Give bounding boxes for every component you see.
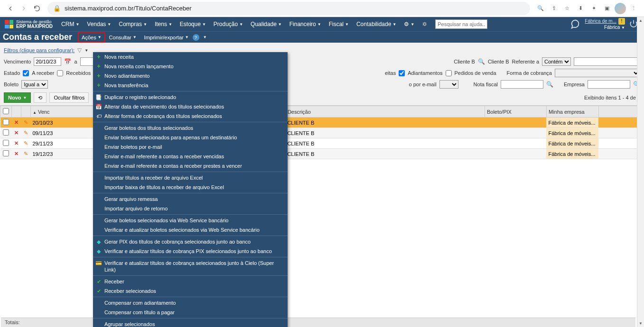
help-search-input[interactable] [435, 19, 487, 29]
cliente-search-icon[interactable]: 🔍 [478, 58, 485, 65]
mi-enviar-boletos-dest[interactable]: Enviar boletos selecionados para apenas … [93, 133, 288, 142]
share-icon[interactable]: ⇪ [547, 2, 560, 15]
plus-icon: + [95, 73, 102, 79]
star-icon[interactable]: ☆ [560, 2, 574, 15]
mi-alt-forma[interactable]: 🏷Alterar forma de cobrança dos títulos s… [93, 111, 288, 121]
select-all-checkbox[interactable] [3, 108, 9, 114]
plus-icon: + [95, 63, 102, 70]
acoes-dropdown: +Nova receita +Nova receita com lançamen… [93, 52, 288, 159]
pedidos-checkbox[interactable] [446, 70, 452, 76]
empresa-input[interactable] [588, 80, 630, 89]
nf-input[interactable] [501, 80, 543, 89]
plus-icon: + [95, 54, 102, 60]
scroll-up-icon[interactable]: ▲ [637, 17, 644, 24]
mi-nova-receita-lanc[interactable]: +Nova receita com lançamento [93, 62, 288, 71]
edit-icon[interactable]: ✎ [24, 140, 28, 146]
refresh-button[interactable]: ⟲ [34, 92, 47, 103]
lock-icon: 🔒 [53, 5, 61, 12]
venc-from-input[interactable] [34, 57, 61, 66]
download-icon[interactable]: ⬇ [574, 2, 587, 15]
nav-reload[interactable] [30, 2, 44, 15]
url-text: sistema.maxiprod.com.br/Titulo/ContaRece… [65, 5, 192, 12]
mi-enviar-boletos-email[interactable]: Enviar boletos por e-mail [93, 142, 288, 152]
menu-vendas[interactable]: Vendas▼ [83, 17, 115, 31]
copy-icon: 📑 [95, 94, 102, 100]
edit-icon[interactable]: ✎ [24, 151, 28, 156]
more-menu[interactable]: ▼ [199, 35, 211, 39]
menu-fiscal[interactable]: Fiscal▼ [325, 17, 353, 31]
referente-select[interactable]: Contém [542, 57, 571, 66]
menu-qualidade[interactable]: Qualidade▼ [247, 17, 286, 31]
calendar-icon: 📅 [95, 103, 102, 110]
warning-icon[interactable]: ! [618, 18, 625, 25]
col-boleto[interactable]: Boleto/PIX [485, 106, 546, 118]
row-checkbox[interactable] [3, 140, 9, 146]
tag-icon: 🏷 [95, 113, 102, 119]
profile-avatar[interactable] [614, 2, 627, 15]
menu-contabilidade[interactable]: Contabilidade▼ [353, 17, 400, 31]
plus-icon: + [95, 82, 102, 89]
col-descr[interactable]: Descrição [285, 106, 485, 118]
ocultar-filtros-button[interactable]: Ocultar filtros [49, 92, 89, 103]
menu-itens[interactable]: Itens▼ [151, 17, 176, 31]
mi-gerar-boletos[interactable]: Gerar boletos dos títulos selecionados [93, 123, 288, 133]
scrollbar-vertical[interactable]: ▲ ▼ [637, 17, 644, 159]
consultar-menu[interactable]: Consultar▼ [105, 35, 140, 40]
menu-estoque[interactable]: Estoque▼ [176, 17, 210, 31]
edit-icon[interactable]: ✎ [24, 130, 28, 136]
imprimir-menu[interactable]: Imprimir/exportar▼ [140, 35, 193, 40]
item-count: Exibindo itens 1 - 4 de 4 [584, 95, 640, 100]
delete-icon[interactable]: ✕ [14, 151, 19, 156]
delete-icon[interactable]: ✕ [14, 140, 19, 146]
cal-from-icon[interactable]: 📅 [64, 58, 71, 65]
nav-forward[interactable] [17, 2, 30, 15]
ext-icon[interactable]: ✦ [587, 2, 600, 15]
funnel-icon[interactable]: ▽ [77, 47, 82, 54]
recebidos-checkbox[interactable] [57, 70, 63, 76]
novo-button[interactable]: Novo▼ [4, 92, 31, 103]
delete-icon[interactable]: ✕ [14, 130, 19, 136]
settings2-icon[interactable]: ⛭ [418, 17, 431, 31]
row-checkbox[interactable] [3, 129, 9, 136]
nf-search-icon[interactable]: 🔍 [546, 81, 553, 88]
row-checkbox[interactable] [3, 119, 9, 125]
filter-dropdown-icon[interactable]: ▼ [84, 48, 88, 53]
panel-icon[interactable]: ▣ [600, 2, 614, 15]
gear-icon[interactable]: ⚙▼ [400, 17, 418, 31]
menu-crm[interactable]: CRM▼ [57, 17, 83, 31]
forma-select[interactable] [555, 69, 640, 77]
nav-back[interactable] [4, 2, 17, 15]
boleto-select[interactable]: Igual a [21, 80, 48, 89]
mi-nova-transferencia[interactable]: +Nova transferência [93, 81, 288, 90]
mi-duplicar[interactable]: 📑Duplicar o registro selecionado [93, 92, 288, 102]
row-checkbox[interactable] [3, 150, 9, 156]
filters-config-link[interactable]: Filtros (clique para configurar): [4, 47, 75, 53]
help-icon[interactable]: ? [193, 34, 199, 41]
page-title: Contas a receber [3, 32, 78, 42]
mi-alt-data[interactable]: 📅Alterar data de vencimento dos títulos … [93, 102, 288, 111]
address-bar[interactable]: 🔒 sistema.maxiprod.com.br/Titulo/ContaRe… [47, 2, 530, 15]
col-empresa[interactable]: Minha empresa [546, 106, 598, 118]
mi-nova-receita[interactable]: +Nova receita [93, 52, 288, 62]
company-link[interactable]: Fábrica de m... [585, 18, 616, 24]
areceber-checkbox[interactable] [23, 70, 29, 76]
kebab-icon[interactable]: ⋮ [627, 2, 640, 15]
mi-email-vencidas[interactable]: Enviar e-mail referente a contas a receb… [93, 152, 288, 159]
main-menu-bar: Sistema de gestãoERP MAXIPROD CRM▼ Venda… [0, 17, 644, 31]
logo-icon [5, 20, 13, 28]
menu-compras[interactable]: Compras▼ [115, 17, 151, 31]
app-logo[interactable]: Sistema de gestãoERP MAXIPROD [0, 20, 57, 29]
referente-input[interactable] [574, 57, 640, 66]
menu-financeiro[interactable]: Financeiro▼ [286, 17, 325, 31]
edit-icon[interactable]: ✎ [24, 119, 28, 125]
zoom-icon[interactable]: 🔍 [534, 2, 547, 15]
browser-chrome: 🔒 sistema.maxiprod.com.br/Titulo/ContaRe… [0, 0, 644, 17]
acoes-menu[interactable]: Ações▼ [78, 32, 105, 43]
menu-producao[interactable]: Produção▼ [210, 17, 247, 31]
chat-icon[interactable] [569, 18, 581, 30]
adiant-checkbox[interactable] [399, 70, 405, 76]
delete-icon[interactable]: ✕ [14, 119, 19, 125]
page-title-bar: Contas a receber Ações▼ Consultar▼ Impri… [0, 31, 644, 43]
email-select[interactable] [439, 80, 458, 89]
mi-novo-adiantamento[interactable]: +Novo adiantamento [93, 71, 288, 81]
